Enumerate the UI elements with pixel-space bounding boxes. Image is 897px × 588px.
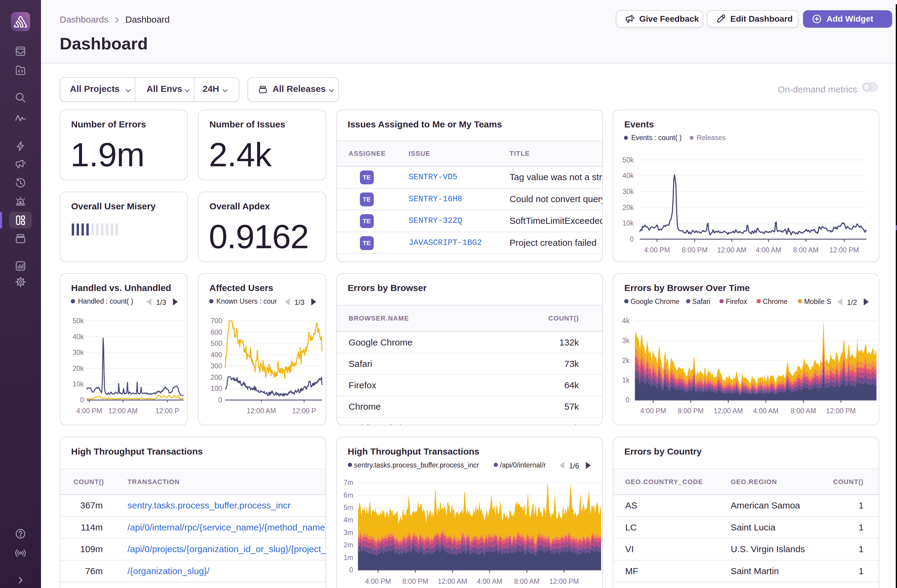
svg-text:12:00 PM: 12:00 PM [826,407,856,415]
svg-text:100: 100 [210,385,222,393]
svg-text:3k: 3k [622,337,630,345]
svg-text:30k: 30k [622,188,634,195]
svg-text:6m: 6m [343,491,353,499]
svg-text:12:00 AM: 12:00 AM [714,407,743,415]
svg-text:50k: 50k [73,317,84,325]
svg-text:4k: 4k [622,317,630,325]
svg-text:4:00 PM: 4:00 PM [76,407,102,415]
svg-text:10k: 10k [73,380,84,388]
svg-text:30k: 30k [73,348,84,356]
svg-text:4:00 PM: 4:00 PM [640,407,666,415]
svg-text:12:00 PM: 12:00 PM [549,577,579,585]
svg-text:1m: 1m [343,554,353,562]
svg-text:40k: 40k [73,333,84,341]
svg-text:4:00 AM: 4:00 AM [477,577,502,585]
svg-text:700: 700 [210,317,222,325]
svg-text:40k: 40k [622,172,634,180]
svg-text:400: 400 [210,351,222,359]
svg-text:20k: 20k [622,204,634,211]
svg-text:12:00 AM: 12:00 AM [246,407,276,415]
svg-text:300: 300 [210,362,222,370]
svg-text:12:00 AM: 12:00 AM [438,577,467,585]
svg-text:8:00 PM: 8:00 PM [678,407,704,415]
svg-text:12:00 PM: 12:00 PM [830,246,859,254]
svg-text:4:00 PM: 4:00 PM [365,577,391,585]
svg-text:8:00 PM: 8:00 PM [403,577,428,585]
svg-text:4m: 4m [343,516,353,524]
svg-text:0: 0 [349,566,353,574]
svg-text:8:00 PM: 8:00 PM [682,246,708,254]
svg-text:0: 0 [80,396,84,404]
svg-text:4:00 PM: 4:00 PM [644,246,670,254]
svg-text:12:00 AM: 12:00 AM [717,246,746,254]
svg-text:3m: 3m [343,528,353,536]
svg-text:20k: 20k [73,365,84,372]
svg-text:5m: 5m [343,504,353,512]
svg-text:8:00 AM: 8:00 AM [791,407,816,415]
svg-text:12:00 P: 12:00 P [292,407,316,415]
svg-text:2k: 2k [622,357,630,365]
svg-text:500: 500 [210,339,222,347]
svg-text:0: 0 [630,235,634,243]
svg-text:10k: 10k [622,219,634,227]
svg-text:7m: 7m [343,479,353,487]
svg-text:2m: 2m [343,541,353,549]
svg-text:200: 200 [210,374,222,381]
svg-text:12:00 P: 12:00 P [155,407,179,415]
svg-text:8:00 AM: 8:00 AM [514,577,539,585]
svg-text:0: 0 [218,396,222,404]
svg-text:4:00 AM: 4:00 AM [753,407,779,415]
svg-text:50k: 50k [622,156,634,164]
svg-text:12:00 AM: 12:00 AM [108,407,138,415]
svg-text:0: 0 [626,396,630,404]
svg-text:600: 600 [210,328,222,336]
svg-text:1k: 1k [622,376,630,384]
svg-text:8:00 AM: 8:00 AM [793,246,819,254]
svg-text:4:00 AM: 4:00 AM [756,246,781,254]
